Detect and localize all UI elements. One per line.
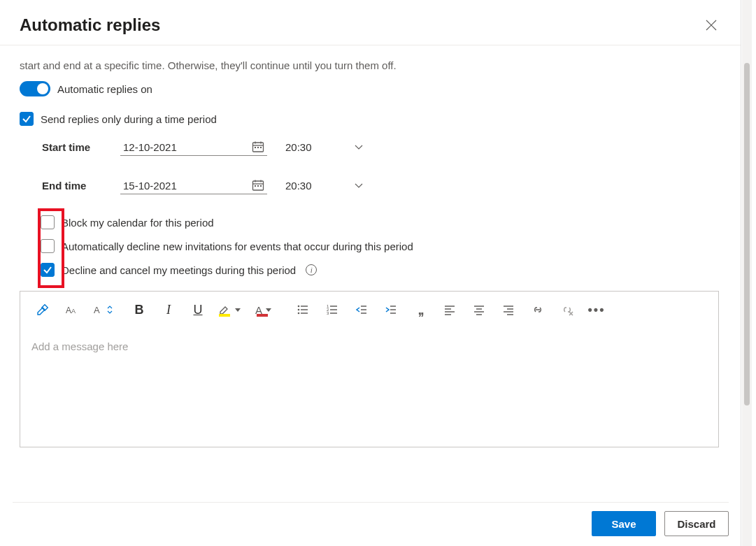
close-icon [706, 20, 717, 31]
format-painter-button[interactable] [33, 300, 52, 319]
automatic-replies-toggle-row: Automatic replies on [20, 81, 721, 96]
font-icon: A A [65, 303, 79, 317]
font-button[interactable]: A A [62, 300, 82, 319]
italic-button[interactable]: I [159, 300, 178, 319]
dialog-body: start and end at a specific time. Otherw… [0, 45, 741, 447]
dialog-footer: Save Discard [13, 502, 729, 536]
svg-marker-16 [38, 308, 45, 315]
chevron-up-down-icon [107, 305, 113, 315]
end-time-select[interactable]: 20:30 [283, 178, 366, 194]
info-icon[interactable]: i [306, 264, 317, 275]
font-size-button[interactable]: A [92, 300, 120, 319]
calendar-icon [252, 141, 264, 153]
block-calendar-label: Block my calendar for this period [62, 217, 214, 229]
decline-cancel-label: Decline and cancel my meetings during th… [62, 264, 296, 276]
align-left-icon [443, 303, 456, 316]
start-date-input[interactable]: 12-10-2021 [120, 138, 267, 156]
quote-button[interactable]: ,, [411, 300, 430, 319]
decrease-indent-icon [355, 303, 368, 316]
font-size-icon: A [92, 303, 106, 317]
automatic-replies-toggle-label: Automatic replies on [57, 83, 152, 95]
quote-icon: ,, [418, 302, 422, 318]
align-right-icon [502, 303, 515, 316]
remove-link-button[interactable] [557, 300, 577, 319]
scrollbar[interactable] [742, 0, 752, 546]
bold-button[interactable]: B [129, 300, 149, 319]
automatic-replies-toggle[interactable] [20, 81, 50, 96]
save-button[interactable]: Save [592, 511, 656, 536]
start-date-value: 12-10-2021 [123, 141, 177, 153]
svg-rect-15 [260, 185, 262, 187]
end-date-input[interactable]: 15-10-2021 [120, 177, 267, 194]
svg-rect-13 [255, 185, 256, 187]
svg-rect-8 [260, 147, 262, 148]
chevron-down-icon [266, 308, 271, 312]
svg-text:A: A [71, 308, 76, 315]
italic-icon: I [166, 303, 171, 317]
end-time-label: End time [42, 180, 105, 192]
decline-new-row: Automatically decline new invitations fo… [41, 239, 721, 253]
message-editor: A A A B I U [20, 291, 719, 447]
end-date-value: 15-10-2021 [123, 180, 177, 192]
time-period-checkbox-label: Send replies only during a time period [41, 113, 217, 125]
start-time-row: Start time 12-10-2021 20:30 [42, 138, 721, 156]
bulleted-list-button[interactable] [293, 300, 313, 319]
message-textarea[interactable]: Add a message here [20, 328, 718, 447]
discard-button[interactable]: Discard [664, 511, 729, 536]
chevron-down-icon [235, 308, 241, 312]
automatic-replies-dialog: Automatic replies start and end at a spe… [0, 0, 741, 546]
more-options-button[interactable]: ••• [587, 300, 606, 319]
block-calendar-checkbox[interactable] [41, 215, 55, 229]
svg-point-24 [298, 309, 300, 311]
underline-icon: U [194, 303, 203, 317]
svg-text:A: A [94, 305, 100, 315]
svg-text:3: 3 [327, 311, 329, 315]
time-period-checkbox-row: Send replies only during a time period [20, 112, 721, 126]
start-time-select[interactable]: 20:30 [283, 139, 366, 155]
unlink-icon [560, 303, 574, 317]
svg-marker-21 [220, 307, 227, 314]
more-icon: ••• [588, 303, 606, 317]
dialog-header: Automatic replies [0, 0, 741, 45]
end-time-value: 20:30 [285, 180, 312, 192]
decrease-indent-button[interactable] [352, 300, 371, 319]
decline-cancel-checkbox[interactable] [41, 263, 55, 277]
end-time-row: End time 15-10-2021 20:30 [42, 177, 721, 194]
link-icon [531, 303, 545, 317]
close-button[interactable] [701, 15, 721, 35]
scrollbar-thumb[interactable] [744, 63, 750, 405]
highlight-button[interactable] [217, 300, 245, 319]
bold-icon: B [135, 303, 144, 317]
increase-indent-button[interactable] [381, 300, 401, 319]
chevron-down-icon [354, 143, 364, 152]
font-color-swatch [257, 314, 268, 317]
svg-rect-6 [255, 147, 256, 148]
decline-cancel-row: Decline and cancel my meetings during th… [41, 263, 721, 277]
svg-text:A: A [66, 306, 71, 315]
calendar-icon [252, 179, 264, 192]
insert-link-button[interactable] [528, 300, 548, 319]
dialog-title: Automatic replies [20, 15, 160, 35]
align-center-button[interactable] [469, 300, 489, 319]
numbered-list-icon: 1 2 3 [326, 303, 338, 316]
svg-point-22 [298, 306, 300, 308]
meeting-options-block: Block my calendar for this period Automa… [41, 215, 721, 277]
increase-indent-icon [385, 303, 397, 316]
format-painter-icon [36, 303, 50, 317]
numbered-list-button[interactable]: 1 2 3 [322, 300, 342, 319]
start-time-value: 20:30 [285, 141, 312, 153]
align-center-icon [473, 303, 485, 316]
align-left-button[interactable] [440, 300, 459, 319]
svg-rect-14 [257, 185, 259, 187]
svg-point-26 [298, 312, 300, 315]
font-color-button[interactable]: A [255, 300, 283, 319]
underline-button[interactable]: U [188, 300, 208, 319]
intro-text: start and end at a specific time. Otherw… [20, 59, 721, 71]
block-calendar-row: Block my calendar for this period [41, 215, 721, 229]
align-right-button[interactable] [499, 300, 518, 319]
highlight-color-swatch [219, 314, 230, 317]
decline-new-checkbox[interactable] [41, 239, 55, 253]
svg-rect-7 [257, 147, 259, 148]
time-period-checkbox[interactable] [20, 112, 34, 126]
start-time-label: Start time [42, 141, 105, 153]
